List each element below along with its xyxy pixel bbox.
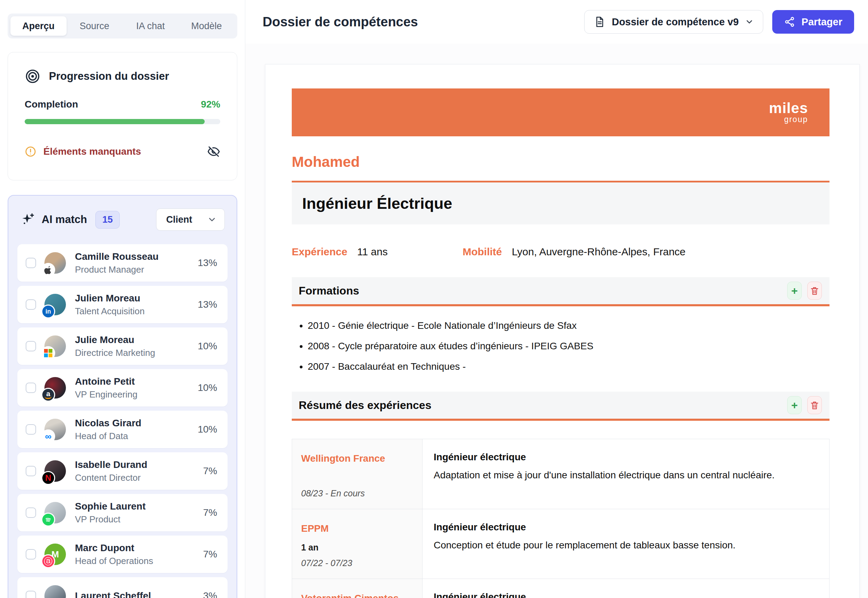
experiences-table: Wellington France 08/23 - En cours Ingén… [292, 439, 829, 598]
tab-source[interactable]: Source [67, 16, 123, 36]
candidate-checkbox[interactable] [25, 424, 36, 435]
experience-job-title: Ingénieur électrique [434, 451, 818, 463]
formations-section-header: Formations + [292, 277, 829, 306]
logo-text-sub: group [784, 115, 808, 124]
candidate-checkbox[interactable] [25, 549, 36, 559]
candidate-row[interactable]: Julie Moreau Directrice Marketing 10% [17, 327, 227, 365]
experiences-title: Résumé des expériences [299, 399, 431, 412]
candidate-match-percent: 10% [198, 341, 217, 352]
warning-icon [25, 146, 36, 157]
candidate-checkbox[interactable] [25, 591, 36, 598]
candidate-checkbox[interactable] [25, 383, 36, 393]
job-title: Ingénieur Électrique [302, 194, 452, 212]
candidate-row[interactable]: M ⓐ Marc Dupont Head of Operations 7% [17, 535, 227, 573]
trash-icon [810, 286, 819, 296]
candidate-row[interactable]: Sophie Laurent VP Product 7% [17, 494, 227, 531]
cv-document: miles group Mohamed Ingénieur Électrique… [265, 64, 860, 598]
candidate-checkbox[interactable] [25, 258, 36, 268]
candidate-match-percent: 10% [198, 382, 217, 393]
candidate-first-name: Mohamed [292, 154, 829, 170]
experience-description: Adaptation et mise à jour d'une installa… [434, 469, 818, 481]
candidate-role: Product Manager [75, 264, 159, 275]
main-header: Dossier de compétences Dossier de compét… [245, 0, 868, 44]
candidate-role: Talent Acquisition [75, 306, 145, 317]
document-icon [594, 16, 605, 28]
missing-items-label: Éléments manquants [43, 146, 141, 157]
formation-item: 2007 - Baccalauréat en Techniques - [308, 361, 829, 372]
ai-match-count-badge: 15 [96, 211, 120, 229]
candidate-name: Nicolas Girard [75, 418, 141, 429]
version-selector-label: Dossier de compétence v9 [612, 16, 739, 28]
sparkles-icon [20, 212, 35, 227]
formation-item: 2010 - Génie électrique - Ecole National… [308, 320, 829, 331]
candidate-row[interactable]: Camille Rousseau Product Manager 13% [17, 244, 227, 282]
add-formation-button[interactable]: + [787, 282, 802, 300]
candidate-row[interactable]: Laurent Scheffel 3% [17, 577, 227, 598]
candidate-checkbox[interactable] [25, 341, 36, 351]
candidate-row[interactable]: ∞ Nicolas Girard Head of Data 10% [17, 411, 227, 448]
table-row: Wellington France 08/23 - En cours Ingén… [292, 439, 829, 509]
share-button[interactable]: Partager [772, 10, 854, 34]
candidate-role: Head of Operations [75, 556, 153, 567]
experience-period: 08/23 - En cours [301, 488, 413, 498]
experience-company: EPPM [301, 523, 413, 534]
spotify-logo-badge [41, 513, 55, 526]
chevron-down-icon [207, 215, 217, 224]
experience-company: Votorantim Cimentos [301, 593, 413, 598]
client-filter-select[interactable]: Client [156, 208, 225, 231]
main-area: Dossier de compétences Dossier de compét… [245, 0, 868, 598]
delete-formations-button[interactable] [807, 282, 822, 300]
table-row: Votorantim Cimentos 1 an 06/21 - 06/22 I… [292, 579, 829, 598]
candidate-name: Julien Moreau [75, 293, 145, 304]
candidate-role: Content Director [75, 472, 147, 483]
candidate-match-percent: 13% [198, 257, 217, 269]
candidate-checkbox[interactable] [25, 466, 36, 476]
experience-description: Conception et étude pour le remplacement… [434, 540, 818, 551]
candidate-row[interactable]: in Julien Moreau Talent Acquisition 13% [17, 286, 227, 323]
formations-list: 2010 - Génie électrique - Ecole National… [292, 320, 829, 372]
experience-job-title: Ingénieur électrique [434, 522, 818, 533]
completion-value: 92% [201, 99, 220, 110]
experience-period: 07/22 - 07/23 [301, 558, 413, 568]
tab-apercu[interactable]: Aperçu [10, 16, 67, 36]
tab-modele[interactable]: Modèle [179, 16, 235, 36]
candidate-name: Antoine Petit [75, 376, 138, 387]
version-selector[interactable]: Dossier de compétence v9 [584, 10, 763, 34]
mobility-label: Mobilité [462, 246, 502, 257]
mobility-value: Lyon, Auvergne-Rhône-Alpes, France [512, 246, 685, 257]
progress-card: Progression du dossier Completion 92% Él… [7, 52, 237, 180]
apple-logo-badge [41, 263, 55, 277]
progress-card-title: Progression du dossier [49, 70, 169, 82]
candidate-row[interactable]: N Isabelle Durand Content Director 7% [17, 452, 227, 490]
target-icon [25, 68, 40, 84]
ai-match-panel: AI match 15 Client Camille Rousseau Prod… [7, 195, 237, 598]
add-experience-button[interactable]: + [787, 396, 802, 414]
candidate-checkbox[interactable] [25, 507, 36, 518]
netflix-logo-badge: N [41, 471, 55, 485]
tab-ia-chat[interactable]: IA chat [123, 16, 179, 36]
candidate-role: VP Engineering [75, 389, 138, 400]
document-preview-area: miles group Mohamed Ingénieur Électrique… [245, 44, 868, 598]
candidate-match-percent: 10% [198, 424, 217, 435]
share-button-label: Partager [801, 16, 843, 28]
candidate-name: Laurent Scheffel [75, 591, 151, 598]
candidate-match-percent: 13% [198, 299, 217, 310]
airbnb-logo-badge: ⓐ [41, 554, 55, 568]
microsoft-logo-badge [41, 346, 55, 360]
sidebar-tabbar: Aperçu Source IA chat Modèle [7, 13, 237, 39]
candidate-match-percent: 7% [203, 549, 217, 560]
experience-label: Expérience [292, 246, 347, 257]
completion-label: Completion [25, 99, 78, 110]
candidate-checkbox[interactable] [25, 299, 36, 310]
candidate-list: Camille Rousseau Product Manager 13% in … [17, 244, 227, 598]
experiences-section-header: Résumé des expériences + [292, 392, 829, 421]
hide-missing-button[interactable] [207, 145, 220, 158]
experience-duration: 1 an [301, 543, 413, 553]
formations-title: Formations [299, 284, 359, 297]
candidate-meta-row: Expérience 11 ans Mobilité Lyon, Auvergn… [292, 246, 829, 258]
amazon-logo-badge: a [41, 388, 55, 402]
delete-experiences-button[interactable] [807, 396, 822, 414]
candidate-name: Julie Moreau [75, 334, 155, 345]
candidate-row[interactable]: a Antoine Petit VP Engineering 10% [17, 369, 227, 407]
candidate-name: Marc Dupont [75, 543, 153, 554]
